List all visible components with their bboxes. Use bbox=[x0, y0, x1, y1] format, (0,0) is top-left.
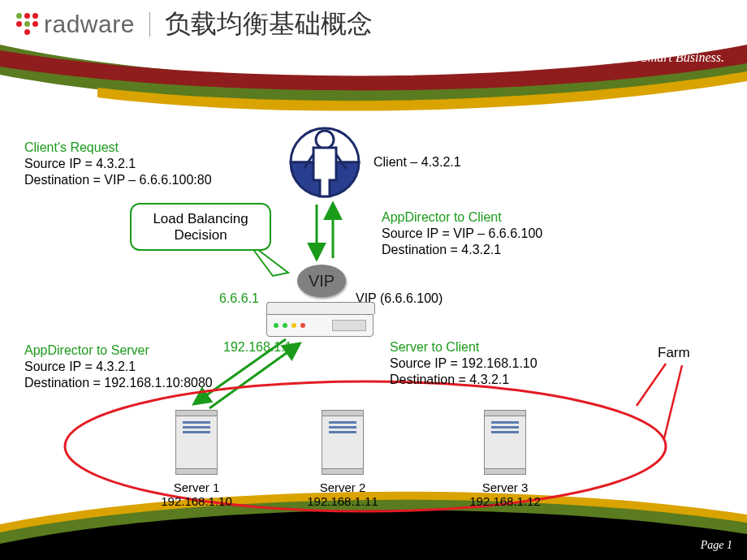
appdir-to-client-l2: Destination = 4.3.2.1 bbox=[382, 242, 542, 258]
server-3-icon bbox=[484, 410, 526, 475]
server-1-label: Server 1 192.168.1.10 bbox=[140, 480, 253, 508]
client-request-l1: Source IP = 4.3.2.1 bbox=[24, 156, 212, 172]
server-to-client-block: Server to Client Source IP = 192.168.1.1… bbox=[390, 339, 538, 388]
vip-badge-text: VIP bbox=[309, 272, 335, 291]
brand-logo: radware bbox=[16, 11, 135, 38]
server-2-label: Server 2 192.168.1.11 bbox=[286, 480, 399, 508]
lb-decision-text: Load Balancing Decision bbox=[132, 211, 270, 243]
server-1-name: Server 1 bbox=[140, 480, 253, 494]
page-number: Page 1 bbox=[701, 539, 732, 552]
farm-label: Farm bbox=[658, 345, 690, 361]
svg-line-2 bbox=[304, 154, 313, 169]
client-label: Client – 4.3.2.1 bbox=[374, 154, 461, 170]
server-to-client-l1: Source IP = 192.168.1.10 bbox=[390, 355, 538, 372]
server-2-icon bbox=[322, 410, 364, 475]
client-request-block: Client's Request Source IP = 4.3.2.1 Des… bbox=[24, 140, 212, 188]
vip-ip-left: 6.6.6.1 bbox=[219, 291, 259, 307]
logo-dots-icon bbox=[16, 13, 39, 36]
client-request-l2: Destination = VIP – 6.6.6.100:80 bbox=[24, 172, 212, 188]
svg-point-1 bbox=[316, 131, 334, 149]
appdir-to-server-l1: Source IP = 4.3.2.1 bbox=[24, 359, 213, 375]
svg-line-3 bbox=[336, 154, 346, 169]
appdir-to-server-block: AppDirector to Server Source IP = 4.3.2.… bbox=[24, 342, 213, 391]
server-3-label: Server 3 192.168.1.12 bbox=[448, 480, 562, 508]
appdir-to-client-heading: AppDirector to Client bbox=[382, 209, 542, 226]
server-2-name: Server 2 bbox=[286, 480, 399, 494]
appdir-to-client-block: AppDirector to Client Source IP = VIP – … bbox=[382, 209, 542, 258]
server-to-client-l2: Destination = 4.3.2.1 bbox=[390, 372, 538, 388]
divider bbox=[149, 12, 150, 37]
slide-title: 负载均衡基础概念 bbox=[165, 6, 373, 42]
slide: radware 负载均衡基础概念 Smart Network. Smart Bu… bbox=[0, 0, 747, 560]
server-3-ip: 192.168.1.12 bbox=[448, 494, 562, 508]
svg-line-9 bbox=[664, 365, 682, 438]
svg-line-10 bbox=[637, 364, 666, 406]
appdirector-device-icon bbox=[266, 302, 374, 336]
brand-name: radware bbox=[44, 11, 135, 38]
server-2-ip: 192.168.1.11 bbox=[286, 494, 399, 508]
appdir-to-server-heading: AppDirector to Server bbox=[24, 342, 213, 359]
brand-tagline: Smart Network. Smart Business. bbox=[556, 50, 724, 65]
server-1-icon bbox=[175, 410, 218, 475]
svg-overlay bbox=[0, 0, 747, 560]
lb-decision-callout: Load Balancing Decision bbox=[130, 203, 271, 251]
iface-bottom: 192.168.1.1 bbox=[223, 339, 292, 355]
header: radware 负载均衡基础概念 bbox=[0, 0, 747, 49]
server-to-client-heading: Server to Client bbox=[390, 339, 538, 355]
client-request-heading: Client's Request bbox=[24, 140, 212, 156]
server-3-name: Server 3 bbox=[448, 480, 562, 494]
appdir-to-client-l1: Source IP = VIP – 6.6.6.100 bbox=[382, 226, 542, 242]
appdir-to-server-l2: Destination = 192.168.1.10:8080 bbox=[24, 375, 213, 391]
server-1-ip: 192.168.1.10 bbox=[140, 494, 253, 508]
vip-badge: VIP bbox=[297, 265, 346, 297]
svg-point-0 bbox=[291, 128, 359, 196]
